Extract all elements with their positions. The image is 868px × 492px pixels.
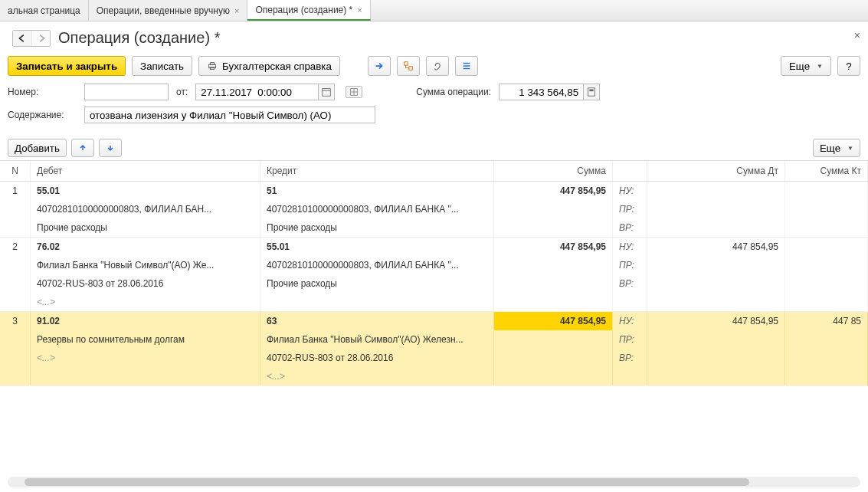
- col-header-n[interactable]: N: [0, 161, 31, 181]
- horizontal-scrollbar[interactable]: [8, 477, 860, 487]
- row-number: [0, 367, 31, 385]
- credit-cell[interactable]: Прочие расходы: [260, 274, 494, 293]
- move-down-button[interactable]: [99, 139, 122, 157]
- sum-dt-cell[interactable]: [647, 349, 785, 367]
- sum-dt-cell[interactable]: [647, 218, 785, 237]
- save-and-close-button[interactable]: Записать и закрыть: [8, 56, 126, 76]
- content-field[interactable]: [84, 107, 375, 123]
- sum-dt-cell[interactable]: [647, 200, 785, 218]
- credit-cell[interactable]: Филиал Банка "Новый Символ"(АО) Железн..…: [260, 330, 494, 349]
- sum-cell[interactable]: [494, 256, 613, 274]
- sum-kt-cell[interactable]: 447 85: [785, 312, 868, 330]
- credit-cell[interactable]: 51: [260, 182, 494, 200]
- sum-dt-cell[interactable]: [647, 330, 785, 349]
- close-icon[interactable]: ×: [357, 5, 362, 15]
- help-button[interactable]: ?: [837, 56, 860, 76]
- tab-label: Операции, введенные вручную: [97, 5, 230, 16]
- form-extra-button[interactable]: [346, 86, 362, 98]
- forward-button[interactable]: [31, 31, 50, 46]
- sum-field[interactable]: [499, 84, 583, 100]
- debit-cell[interactable]: Прочие расходы: [31, 218, 260, 237]
- col-header-debit[interactable]: Дебет: [31, 161, 260, 181]
- sum-cell[interactable]: 447 854,95: [494, 312, 613, 330]
- sum-cell[interactable]: [494, 218, 613, 237]
- sum-cell[interactable]: 447 854,95: [494, 238, 613, 256]
- table-row[interactable]: 155.0151447 854,95НУ:4070281010000000080…: [0, 182, 868, 238]
- sum-kt-cell[interactable]: [785, 182, 868, 200]
- sum-kt-cell[interactable]: [785, 293, 868, 311]
- svg-rect-3: [405, 62, 408, 65]
- col-header-sum-dt[interactable]: Сумма Дт: [647, 161, 785, 181]
- sum-dt-cell[interactable]: [647, 367, 785, 385]
- debit-cell[interactable]: Филиал Банка "Новый Символ"(АО) Же...: [31, 256, 260, 274]
- sum-kt-cell[interactable]: [785, 218, 868, 237]
- sum-cell[interactable]: [494, 274, 613, 293]
- sum-kt-cell[interactable]: [785, 238, 868, 256]
- col-header-credit[interactable]: Кредит: [260, 161, 494, 181]
- credit-cell[interactable]: 63: [260, 312, 494, 330]
- debit-cell[interactable]: 76.02: [31, 238, 260, 256]
- structure-button[interactable]: [397, 56, 420, 76]
- credit-cell[interactable]: 40702-RUS-803 от 28.06.2016: [260, 349, 494, 367]
- sum-cell[interactable]: [494, 200, 613, 218]
- sum-dt-cell[interactable]: [647, 293, 785, 311]
- back-button[interactable]: [13, 31, 31, 46]
- credit-cell[interactable]: 40702810100000000803, ФИЛИАЛ БАНКА "...: [260, 256, 494, 274]
- sum-kt-cell[interactable]: [785, 330, 868, 349]
- tab-main-page[interactable]: альная страница: [0, 0, 89, 21]
- date-field[interactable]: [195, 84, 318, 100]
- move-right-button[interactable]: [368, 56, 391, 76]
- close-page-button[interactable]: ×: [854, 29, 860, 41]
- sum-cell[interactable]: [494, 293, 613, 311]
- more-button[interactable]: Еще ▼: [781, 56, 831, 76]
- debit-cell[interactable]: 91.02: [31, 312, 260, 330]
- sum-dt-cell[interactable]: [647, 274, 785, 293]
- sum-kt-cell[interactable]: [785, 349, 868, 367]
- svg-rect-4: [409, 67, 412, 70]
- sum-dt-cell[interactable]: 447 854,95: [647, 238, 785, 256]
- debit-cell[interactable]: [31, 367, 260, 385]
- tab-label: альная страница: [8, 5, 80, 16]
- credit-cell[interactable]: [260, 293, 494, 311]
- attachment-button[interactable]: [426, 56, 449, 76]
- debit-cell[interactable]: Резервы по сомнительным долгам: [31, 330, 260, 349]
- accounting-reference-button[interactable]: Бухгалтерская справка: [198, 56, 340, 76]
- grid-icon: [349, 87, 359, 97]
- save-button[interactable]: Записать: [132, 56, 192, 76]
- credit-cell[interactable]: <...>: [260, 367, 494, 385]
- credit-cell[interactable]: 55.01: [260, 238, 494, 256]
- number-field[interactable]: [84, 84, 169, 100]
- list-button[interactable]: [455, 56, 478, 76]
- debit-cell[interactable]: 40702-RUS-803 от 28.06.2016: [31, 274, 260, 293]
- credit-cell[interactable]: Прочие расходы: [260, 218, 494, 237]
- sum-dt-cell[interactable]: [647, 182, 785, 200]
- add-row-button[interactable]: Добавить: [8, 139, 67, 157]
- debit-cell[interactable]: <...>: [31, 349, 260, 367]
- credit-cell[interactable]: 40702810100000000803, ФИЛИАЛ БАНКА "...: [260, 200, 494, 218]
- sum-cell[interactable]: 447 854,95: [494, 182, 613, 200]
- scrollbar-thumb[interactable]: [25, 478, 749, 486]
- table-row[interactable]: 276.0255.01447 854,95НУ:447 854,95Филиал…: [0, 238, 868, 312]
- calculator-button[interactable]: [583, 84, 600, 100]
- sum-cell[interactable]: [494, 330, 613, 349]
- sum-kt-cell[interactable]: [785, 200, 868, 218]
- calendar-button[interactable]: [318, 84, 335, 100]
- col-header-sum[interactable]: Сумма: [494, 161, 613, 181]
- sum-kt-cell[interactable]: [785, 367, 868, 385]
- tab-operation-create[interactable]: Операция (создание) * ×: [247, 0, 370, 21]
- debit-cell[interactable]: 40702810100000000803, ФИЛИАЛ БАН...: [31, 200, 260, 218]
- sum-dt-cell[interactable]: [647, 256, 785, 274]
- move-up-button[interactable]: [71, 139, 94, 157]
- sum-cell[interactable]: [494, 349, 613, 367]
- debit-cell[interactable]: <...>: [31, 293, 260, 311]
- table-row[interactable]: 391.0263447 854,95НУ:447 854,95447 85Рез…: [0, 312, 868, 386]
- sum-kt-cell[interactable]: [785, 274, 868, 293]
- sum-dt-cell[interactable]: 447 854,95: [647, 312, 785, 330]
- table-more-button[interactable]: Еще ▼: [813, 139, 860, 157]
- col-header-sum-kt[interactable]: Сумма Кт: [785, 161, 868, 181]
- sum-cell[interactable]: [494, 367, 613, 385]
- close-icon[interactable]: ×: [234, 6, 239, 15]
- tab-manual-operations[interactable]: Операции, введенные вручную ×: [89, 0, 248, 21]
- debit-cell[interactable]: 55.01: [31, 182, 260, 200]
- sum-kt-cell[interactable]: [785, 256, 868, 274]
